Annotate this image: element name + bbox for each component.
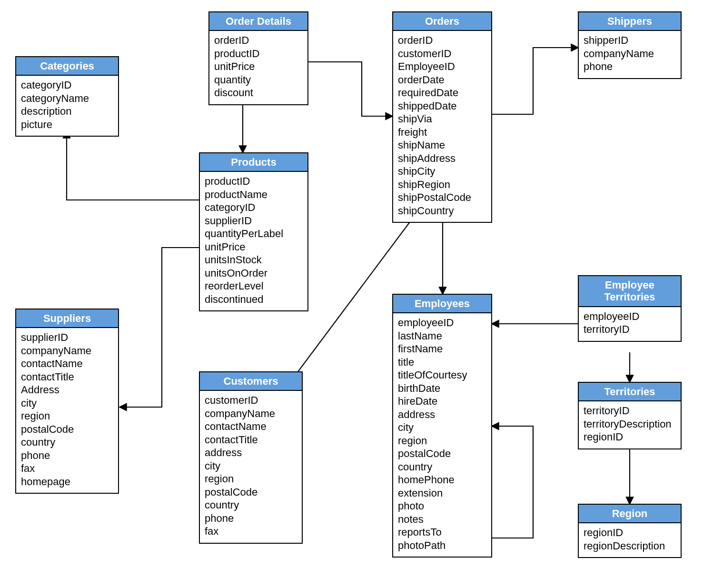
field: birthDate — [398, 382, 486, 395]
field: postalCode — [205, 486, 297, 499]
field: unitPrice — [205, 240, 303, 254]
field: reorderLevel — [205, 279, 303, 293]
field: orderDate — [398, 73, 486, 87]
field: productID — [205, 175, 303, 188]
field: shipPostalCode — [398, 191, 486, 204]
field: title — [398, 356, 486, 369]
field: address — [398, 408, 486, 421]
entity-territories-title: Territories — [579, 383, 681, 401]
entity-shippers: Shippers shipperID companyName phone — [578, 11, 682, 79]
field: firstName — [398, 342, 486, 356]
field: picture — [21, 118, 113, 131]
field: regionID — [584, 526, 676, 539]
entity-suppliers-title: Suppliers — [16, 309, 118, 328]
field: productName — [205, 188, 303, 201]
field: phone — [205, 512, 297, 525]
field: regionDescription — [584, 539, 676, 553]
entity-categories: Categories categoryID categoryName descr… — [15, 56, 119, 137]
field: contactTitle — [205, 433, 297, 447]
field: homepage — [21, 475, 113, 488]
field: discontinued — [205, 293, 303, 306]
entity-employee-territories-title: Employee Territories — [579, 276, 681, 307]
field: shipVia — [398, 112, 486, 126]
rel-orders-shippers — [492, 48, 578, 114]
field: description — [21, 105, 113, 118]
field: shipName — [398, 139, 486, 152]
field: categoryID — [205, 201, 303, 214]
field: reportsTo — [398, 526, 486, 539]
entity-territories: Territories territoryID territoryDescrip… — [578, 382, 682, 449]
field: territoryID — [584, 323, 676, 336]
field: city — [21, 397, 113, 410]
rel-products-suppliers — [120, 248, 199, 407]
entity-employee-territories: Employee Territories employeeID territor… — [578, 275, 682, 342]
field: address — [205, 446, 297, 459]
field: extension — [398, 487, 486, 500]
field: customerID — [398, 47, 486, 60]
field: region — [398, 434, 486, 448]
field: postalCode — [21, 423, 113, 436]
entity-order-details: Order Details orderID productID unitPric… — [208, 11, 308, 105]
field: companyName — [584, 47, 676, 60]
field: territoryDescription — [584, 418, 676, 431]
field: lastName — [398, 329, 486, 343]
entity-orders-title: Orders — [393, 12, 491, 31]
field: titleOfCourtesy — [398, 369, 486, 382]
field: Address — [21, 383, 113, 397]
field: city — [398, 421, 486, 434]
field: EmployeeID — [398, 60, 486, 73]
field: photo — [398, 499, 486, 513]
field: contactName — [205, 420, 297, 433]
rel-orderdetails-orders — [308, 62, 392, 116]
entity-order-details-title: Order Details — [209, 12, 307, 31]
rel-employees-self — [492, 426, 533, 538]
field: quantity — [214, 73, 303, 87]
field: postalCode — [398, 447, 486, 460]
entity-region: Region regionID regionDescription — [578, 504, 682, 558]
field: territoryID — [584, 404, 676, 418]
field: shippedDate — [398, 100, 486, 113]
field: fax — [21, 462, 113, 475]
field: region — [21, 409, 113, 423]
field: shipperID — [584, 34, 676, 47]
field: region — [205, 472, 297, 486]
entity-products: Products productID productName categoryI… — [199, 152, 308, 311]
field: contactTitle — [21, 370, 113, 384]
entity-orders: Orders orderID customerID EmployeeID ord… — [392, 11, 492, 223]
entity-shippers-title: Shippers — [579, 12, 681, 31]
entity-products-title: Products — [200, 153, 307, 172]
field: productID — [214, 47, 303, 60]
field: employeeID — [584, 310, 676, 323]
field: city — [205, 459, 297, 473]
field: supplierID — [21, 331, 113, 344]
field: country — [21, 436, 113, 449]
field: requiredDate — [398, 86, 486, 100]
field: orderID — [398, 34, 486, 47]
field: photoPath — [398, 539, 486, 552]
field: contactName — [21, 357, 113, 370]
entity-customers: Customers customerID companyName contact… — [199, 371, 303, 544]
field: orderID — [214, 34, 303, 47]
field: homePhone — [398, 473, 486, 487]
field: employeeID — [398, 316, 486, 329]
field: companyName — [205, 407, 297, 420]
field: shipRegion — [398, 178, 486, 191]
entity-employees: Employees employeeID lastName firstName … — [392, 294, 492, 558]
entity-employees-title: Employees — [393, 295, 491, 313]
field: phone — [584, 60, 676, 73]
entity-categories-title: Categories — [16, 57, 118, 76]
field: freight — [398, 126, 486, 139]
field: shipAddress — [398, 152, 486, 165]
field: quantityPerLabel — [205, 227, 303, 240]
field: unitPrice — [214, 60, 303, 73]
er-diagram-canvas: Categories categoryID categoryName descr… — [0, 0, 703, 588]
field: supplierID — [205, 214, 303, 228]
field: customerID — [205, 394, 297, 407]
field: notes — [398, 513, 486, 526]
field: country — [205, 498, 297, 512]
field: shipCity — [398, 165, 486, 178]
field: unitsInStock — [205, 253, 303, 267]
field: shipCountry — [398, 204, 486, 218]
field: phone — [21, 449, 113, 462]
entity-customers-title: Customers — [200, 372, 302, 391]
